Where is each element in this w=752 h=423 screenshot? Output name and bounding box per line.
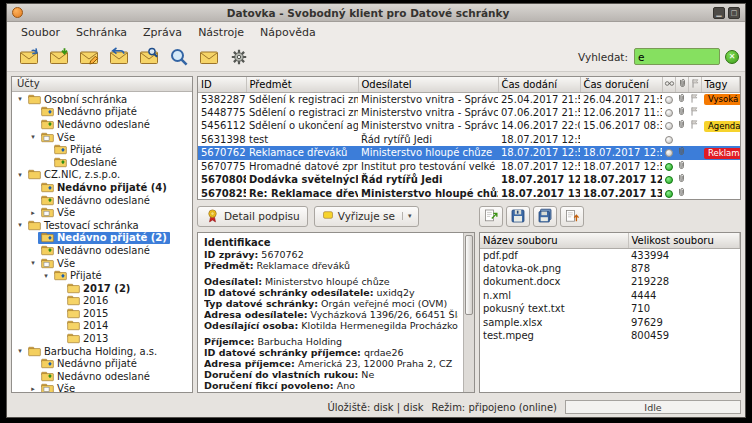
column-header-read-status-icon[interactable] [662, 77, 675, 92]
detail-field-adresa-prijemce: Adresa příjemce: Americká 23, 12000 Prah… [204, 358, 458, 369]
download-messages-button[interactable] [45, 44, 73, 70]
minimize-button[interactable]: ▁ [713, 7, 725, 19]
column-header-cas-doruceni[interactable]: Čas doručení [580, 77, 662, 92]
expander-icon[interactable]: ▾ [15, 95, 25, 103]
clear-search-button[interactable]: ✕ [725, 50, 739, 64]
upload-attachment-button[interactable] [560, 206, 584, 227]
tree-item-nedavno-odeslane[interactable]: Nedávno odeslané [12, 370, 192, 383]
expander-icon[interactable]: ▾ [15, 171, 25, 179]
attachment-buttons [479, 206, 741, 227]
cell-tags [701, 173, 740, 187]
expander-icon[interactable]: ▾ [28, 133, 38, 141]
attachment-row-n-xml[interactable]: n.xml4444 [480, 289, 740, 303]
search-messages-button[interactable] [165, 44, 193, 70]
save-all-attachments-button[interactable] [533, 206, 557, 227]
message-row-5670775[interactable]: 5670775Hromadné datové zprávyInstitut pr… [198, 160, 740, 174]
attachment-column-velikost-souboru[interactable]: Velikost souboru [628, 233, 740, 248]
detail-scrollbar-thumb[interactable] [465, 235, 473, 315]
tree-item-vse[interactable]: ▸Vše [12, 383, 192, 392]
expander-icon[interactable]: ▾ [15, 347, 25, 355]
attachment-size: 878 [628, 262, 740, 276]
tree-item-nedavno-prijate-2[interactable]: Nedávno přijaté (2) [12, 232, 192, 245]
message-row-5670762[interactable]: 5670762Reklamace dřevákůMinisterstvo hlo… [198, 146, 740, 160]
attachment-column-nazev-souboru[interactable]: Název souboru [480, 233, 628, 248]
tree-item-2015[interactable]: 2015 [12, 307, 192, 320]
tree-item-nedavno-prijate-4[interactable]: Nedávno přijaté (4) [12, 181, 192, 194]
close-button[interactable] [12, 7, 23, 18]
attachment-row-datovka-ok-png[interactable]: datovka-ok.png878 [480, 262, 740, 276]
column-header-predmet[interactable]: Předmět [246, 77, 358, 92]
message-row-5448775[interactable]: 5448775Sdělení o registraci změny ...Min… [198, 106, 740, 120]
open-icon [483, 208, 499, 224]
tree-item-nedavno-prijate[interactable]: Nedávno přijaté [12, 106, 192, 119]
tree-item-cz-nic-z-s-p-o[interactable]: ▾CZ.NIC, z.s.p.o. [12, 169, 192, 182]
sync-all-accounts-button[interactable] [15, 44, 43, 70]
tree-item-label: 2017 (2) [83, 283, 130, 294]
message-row-5456112[interactable]: 5456112Sdělení o ukončení agendyMinister… [198, 119, 740, 133]
tree-item-2017-2[interactable]: 2017 (2) [12, 282, 192, 295]
tree-item-barbucha-holding-a-s[interactable]: ▾Barbucha Holding, a.s. [12, 345, 192, 358]
create-message-button[interactable] [75, 44, 103, 70]
tree-item-label: Přijaté [70, 270, 102, 281]
open-attachment-button[interactable] [479, 206, 503, 227]
expander-icon[interactable]: ▾ [41, 272, 51, 280]
tree-item-prijate[interactable]: ▾Přijaté [12, 269, 192, 282]
settings-button[interactable] [225, 44, 253, 70]
tree-item-2014[interactable]: 2014 [12, 320, 192, 333]
attachment-row-pokusny-text-txt[interactable]: pokusný text.txt710 [480, 302, 740, 316]
attachment-row-sample-xlsx[interactable]: sample.xlsx97629 [480, 316, 740, 330]
save-attachment-button[interactable] [506, 206, 530, 227]
cell-id: 5631398 [198, 133, 246, 147]
account-folder-icon [28, 345, 41, 358]
menu-zprava[interactable]: Zpráva [135, 24, 190, 41]
expander-icon[interactable]: ▸ [28, 385, 38, 392]
tree-item-nedavno-odeslane[interactable]: Nedávno odeslané [12, 118, 192, 131]
expander-icon[interactable]: ▾ [15, 221, 25, 229]
menu-schranka[interactable]: Schránka [68, 24, 135, 41]
menu-soubor[interactable]: Soubor [13, 24, 68, 41]
message-row-5631398[interactable]: 5631398testŘád rytířů Jedi18.07.2017 12:… [198, 133, 740, 147]
tree-item-odeslane[interactable]: Odeslané [12, 156, 192, 169]
save-icon [510, 208, 526, 224]
tree-item-prijate[interactable]: Přijaté [12, 143, 192, 156]
tree-item-2016[interactable]: 2016 [12, 295, 192, 308]
reply-button[interactable] [105, 44, 133, 70]
message-state-dropdown[interactable]: Vyřizuje se ▾ [314, 206, 420, 227]
detail-scrollbar[interactable] [463, 233, 474, 392]
verify-message-button[interactable] [135, 44, 163, 70]
tree-item-vse[interactable]: ▸Vše [12, 206, 192, 219]
tree-item-nedavno-odeslane[interactable]: Nedávno odeslané [12, 194, 192, 207]
tree-item-testovaci-schranka[interactable]: ▾Testovací schránka [12, 219, 192, 232]
attachment-row-test-mpeg[interactable]: test.mpeg800459 [480, 329, 740, 343]
tree-item-vse[interactable]: ▾Vše [12, 257, 192, 270]
column-header-tagy[interactable]: Tagy [701, 77, 740, 92]
column-header-cas-dodani[interactable]: Čas dodání [498, 77, 580, 92]
search-input[interactable] [634, 48, 720, 65]
attachment-row-pdf-pdf[interactable]: pdf.pdf433994 [480, 248, 740, 262]
tree-item-nedavno-odeslane[interactable]: Nedávno odeslané [12, 244, 192, 257]
correspondence-overview-button[interactable] [195, 44, 223, 70]
menu-napoveda[interactable]: Nápověda [252, 24, 324, 41]
message-row-5670825[interactable]: 5670825Re: Reklamace dřevákůMinisterstvo… [198, 187, 740, 201]
message-row-5382287[interactable]: 5382287Sdělení k registraci změny ...Min… [198, 92, 740, 106]
menu-nastroje[interactable]: Nástroje [190, 24, 252, 41]
cell-accepted [580, 133, 662, 147]
column-header-id[interactable]: ID [198, 77, 246, 92]
mode-status: Režim: připojeno (online) [431, 402, 557, 413]
column-header-odesilatel[interactable]: Odesílatel [358, 77, 498, 92]
cell-delivered: 18.07.2017 12:54:23 [498, 133, 580, 147]
signature-detail-button[interactable]: Detail podpisu [197, 206, 308, 227]
tree-item-osobni-schranka[interactable]: ▾Osobní schránka [12, 93, 192, 106]
tree-item-nedavno-prijate[interactable]: Nedávno přijaté [12, 357, 192, 370]
message-row-5670808[interactable]: 5670808Dodávka světelných mečůŘád rytířů… [198, 173, 740, 187]
column-header-attachment-icon[interactable] [675, 77, 688, 92]
folder-folder-icon [67, 294, 80, 307]
maximize-button[interactable]: □ [728, 7, 740, 19]
expander-icon[interactable]: ▾ [28, 259, 38, 267]
tree-item-vse[interactable]: ▾Vše [12, 131, 192, 144]
column-header-flag-icon[interactable] [688, 77, 701, 92]
tree-item-2013[interactable]: 2013 [12, 332, 192, 345]
expander-icon[interactable]: ▸ [28, 209, 38, 217]
tag-vysoka-priorita: Vysoká priorita [704, 94, 740, 105]
attachment-row-dokument-docx[interactable]: dokument.docx219228 [480, 275, 740, 289]
